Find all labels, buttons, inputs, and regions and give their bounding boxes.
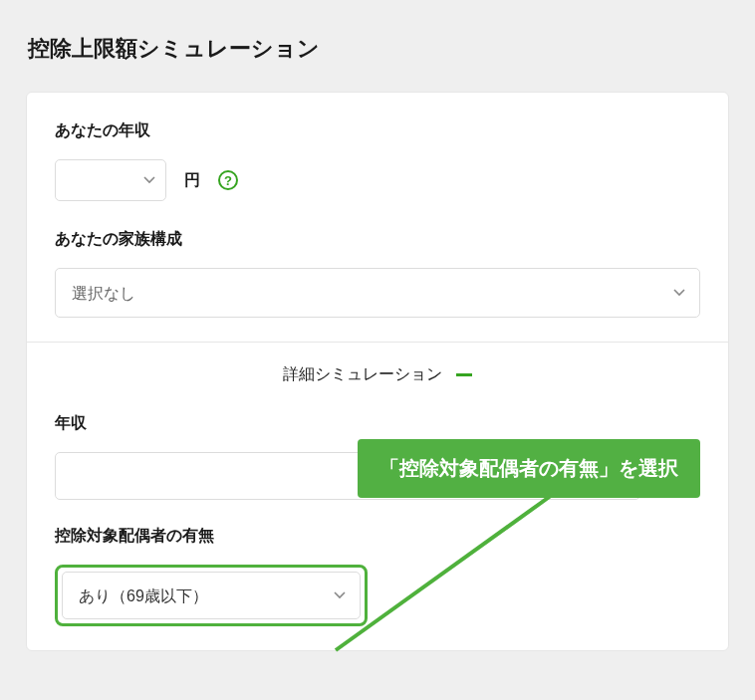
basic-section: あなたの年収 円 ? あなたの家族構成 選択なし <box>27 93 728 342</box>
page-title: 控除上限額シミュレーション <box>0 0 755 64</box>
spouse-select[interactable]: あり（69歳以下） <box>62 572 361 619</box>
detail-header-label: 詳細シミュレーション <box>283 364 442 385</box>
income-row: 円 ? <box>55 159 700 201</box>
help-icon[interactable]: ? <box>218 170 238 190</box>
detail-header[interactable]: 詳細シミュレーション <box>55 343 700 413</box>
minus-icon <box>456 373 472 376</box>
tooltip: 「控除対象配偶者の有無」を選択 <box>358 439 700 498</box>
detail-income-label: 年収 <box>55 413 700 434</box>
income-label: あなたの年収 <box>55 120 700 141</box>
svg-line-0 <box>336 493 555 650</box>
family-select[interactable]: 選択なし <box>55 268 700 318</box>
spouse-highlight: あり（69歳以下） <box>55 565 368 626</box>
family-label: あなたの家族構成 <box>55 229 700 250</box>
income-select[interactable] <box>55 159 166 201</box>
income-unit: 円 <box>184 170 200 191</box>
simulation-card: あなたの年収 円 ? あなたの家族構成 選択なし 詳細シミュレーション 年収 円… <box>26 92 729 651</box>
pointer-line-icon <box>326 481 605 680</box>
